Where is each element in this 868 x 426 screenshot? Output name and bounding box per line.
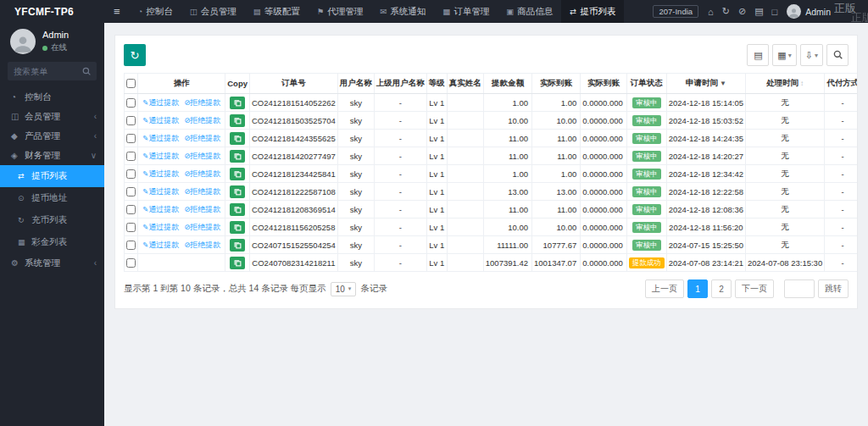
withdraw-amount: 10.00 (483, 219, 531, 236)
page-jump-input[interactable] (784, 279, 815, 298)
reject-withdraw-link[interactable]: ⊘拒绝提款 (184, 98, 220, 107)
menu-toggle-icon[interactable]: ≡ (104, 5, 130, 18)
copy-button[interactable] (230, 185, 245, 198)
paging-toggle-button[interactable]: ▤ (747, 44, 769, 66)
username: sky (337, 112, 374, 130)
fullscreen-icon[interactable]: □ (772, 7, 778, 17)
column-header-处理时间[interactable]: 处理时间↕ (745, 74, 824, 94)
sidebar-item-会员管理[interactable]: ◫会员管理‹ (0, 107, 104, 126)
reject-withdraw-link[interactable]: ⊘拒绝提款 (184, 187, 220, 196)
navbar-tab-商品信息[interactable]: ▣商品信息 (498, 0, 561, 23)
copy-button[interactable] (230, 114, 245, 127)
table-row: ✎通过提款⊘拒绝提款CO2412181208369514sky-Lv 111.0… (125, 201, 859, 219)
copy-button[interactable] (230, 168, 245, 180)
row-checkbox[interactable] (126, 98, 136, 108)
sidebar-item-控制台[interactable]: ◔控制台 (0, 87, 104, 107)
copy-button[interactable] (230, 239, 245, 252)
navbar-tab-提币列表[interactable]: ⇄提币列表 (561, 0, 624, 23)
chevron-icon: ‹ (94, 258, 97, 268)
copy-button[interactable] (230, 150, 245, 163)
real-name (447, 236, 483, 254)
copy-button[interactable] (230, 203, 245, 216)
pay-type: - (825, 165, 858, 183)
sidebar-item-彩金列表[interactable]: ▦彩金列表 (0, 231, 104, 253)
reject-withdraw-link[interactable]: ⊘拒绝提款 (184, 241, 220, 249)
approve-withdraw-link[interactable]: ✎通过提款 (142, 205, 179, 213)
copy-button[interactable] (230, 257, 245, 269)
navbar-tab-控制台[interactable]: ◔控制台 (130, 0, 181, 23)
row-checkbox[interactable] (126, 187, 136, 196)
navbar-tab-订单管理[interactable]: ▦订单管理 (434, 0, 498, 23)
row-checkbox[interactable] (126, 241, 136, 250)
home-icon[interactable]: ⌂ (708, 7, 714, 17)
approve-withdraw-link[interactable]: ✎通过提款 (142, 152, 179, 160)
row-checkbox[interactable] (126, 258, 136, 268)
approve-withdraw-link[interactable]: ✎通过提款 (142, 134, 179, 142)
navbar-tab-label: 会员管理 (201, 6, 236, 18)
page-button-2[interactable]: 2 (711, 279, 732, 298)
row-checkbox[interactable] (126, 223, 136, 232)
export-icon: ⇩ (805, 50, 813, 61)
prev-page-button[interactable]: 上一页 (645, 279, 684, 298)
navbar-tab-等级配置[interactable]: ▤等级配置 (245, 0, 309, 23)
row-checkbox[interactable] (126, 116, 136, 125)
approve-withdraw-link[interactable]: ✎通过提款 (142, 98, 179, 107)
navbar-tab-系统通知[interactable]: ✉系统通知 (371, 0, 434, 23)
select-all-checkbox[interactable] (126, 79, 136, 88)
copy-icon (234, 257, 242, 269)
copy-button[interactable] (230, 97, 245, 109)
refresh-icon[interactable]: ↻ (722, 6, 730, 17)
sidebar-item-财务管理[interactable]: ◈财务管理∨ (0, 146, 104, 165)
sidebar-item-充币列表[interactable]: ↻充币列表 (0, 209, 104, 231)
parent-username: - (374, 130, 426, 147)
approve-withdraw-link[interactable]: ✎通过提款 (142, 187, 179, 196)
actual-amount: 13.00 (532, 183, 581, 201)
table-header-row: 操作Copy订单号用户名称上级用户名称等级真实姓名提款金额实际到账实际到账订单状… (125, 74, 859, 94)
person-icon (787, 6, 800, 19)
sidebar-item-产品管理[interactable]: ◆产品管理‹ (0, 126, 104, 146)
sidebar-item-提币地址[interactable]: ⊙提币地址 (0, 187, 104, 209)
reject-withdraw-link[interactable]: ⊘拒绝提款 (184, 134, 220, 142)
reject-withdraw-link[interactable]: ⊘拒绝提款 (184, 223, 220, 231)
columns-button[interactable]: ▦▾ (772, 44, 796, 66)
page-size-select[interactable]: 10 ▾ (331, 282, 357, 296)
reject-withdraw-link[interactable]: ⊘拒绝提款 (184, 205, 220, 213)
withdraw-icon: ⇄ (570, 7, 576, 16)
message-icon[interactable]: ▤ (754, 6, 763, 17)
user-profile[interactable]: Admin 在线 (0, 23, 104, 59)
sidebar-item-提币列表[interactable]: ⇄提币列表 (0, 165, 104, 187)
approve-withdraw-link[interactable]: ✎通过提款 (142, 116, 179, 124)
block-icon: ⊘ (184, 116, 190, 124)
sidebar-item-系统管理[interactable]: ⚙系统管理‹ (0, 253, 104, 273)
reject-withdraw-link[interactable]: ⊘拒绝提款 (184, 152, 220, 160)
approve-withdraw-link[interactable]: ✎通过提款 (142, 169, 179, 178)
system-icon: ⚙ (11, 258, 25, 268)
search-toggle-button[interactable] (826, 44, 849, 66)
level: Lv 1 (426, 130, 447, 147)
page-jump-button[interactable]: 跳转 (818, 279, 849, 298)
next-page-button[interactable]: 下一页 (735, 279, 774, 298)
column-header-申请时间[interactable]: 申请时间▼ (666, 74, 745, 94)
clear-cache-icon[interactable]: ⊘ (738, 6, 746, 17)
row-checkbox[interactable] (126, 152, 136, 161)
page-button-1[interactable]: 1 (687, 279, 708, 298)
navbar-user-menu[interactable]: Admin (787, 4, 831, 19)
table-row: CO2407082314218211sky-Lv 11007391.421001… (125, 254, 859, 272)
row-checkbox[interactable] (126, 205, 136, 214)
export-button[interactable]: ⇩▾ (800, 44, 823, 66)
approve-withdraw-link[interactable]: ✎通过提款 (142, 241, 179, 249)
menu-search-input[interactable] (14, 67, 82, 76)
reject-withdraw-link[interactable]: ⊘拒绝提款 (184, 116, 220, 124)
row-checkbox[interactable] (126, 169, 136, 179)
approve-withdraw-link[interactable]: ✎通过提款 (142, 223, 179, 231)
copy-button[interactable] (230, 132, 245, 145)
language-selector[interactable]: 207-India (653, 5, 698, 18)
reject-withdraw-link[interactable]: ⊘拒绝提款 (184, 169, 220, 178)
refresh-button[interactable]: ↻ (124, 44, 146, 66)
row-checkbox[interactable] (126, 134, 136, 143)
navbar-tab-代理管理[interactable]: ⚑代理管理 (309, 0, 372, 23)
order-status: 审核中 (626, 219, 666, 236)
profile-name: Admin (42, 30, 69, 41)
copy-button[interactable] (230, 221, 245, 234)
navbar-tab-会员管理[interactable]: ◫会员管理 (181, 0, 245, 23)
